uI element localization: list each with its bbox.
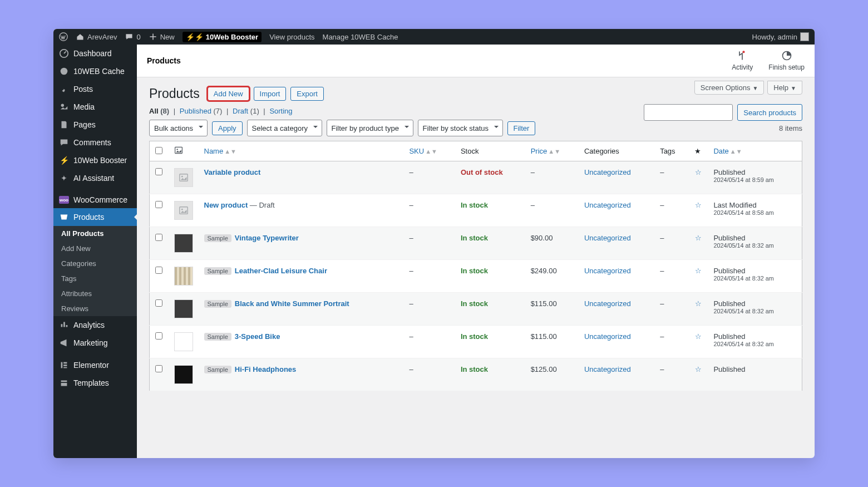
admin-sidebar: Dashboard 10WEB Cache Posts Media Pages … [53,45,137,458]
cell-tags: – [654,326,689,358]
row-checkbox[interactable] [155,201,162,208]
category-link[interactable]: Uncategorized [584,299,631,308]
product-name-link[interactable]: Hi-Fi Headphones [235,365,297,373]
category-link[interactable]: Uncategorized [584,267,631,275]
import-button[interactable]: Import [254,87,287,101]
booster-link[interactable]: ⚡⚡10Web Booster [183,32,262,42]
category-link[interactable]: Uncategorized [584,332,631,341]
row-checkbox[interactable] [155,332,162,340]
howdy-user[interactable]: Howdy, admin [752,32,809,41]
product-name-link[interactable]: Vintage Typewriter [235,234,299,242]
featured-star[interactable]: ☆ [695,168,702,176]
row-checkbox[interactable] [155,234,162,241]
category-link[interactable]: Uncategorized [584,365,631,373]
nav-ai-assistant[interactable]: ✦AI Assistant [53,169,137,187]
subnav-add-new[interactable]: Add New [53,241,137,256]
featured-star[interactable]: ☆ [695,299,702,308]
product-name-link[interactable]: Variable product [204,168,261,176]
category-link[interactable]: Uncategorized [584,234,631,242]
nav-dashboard[interactable]: Dashboard [53,45,137,62]
filter-button[interactable]: Filter [507,121,536,135]
col-price[interactable]: Price▲▼ [525,141,579,161]
nav-media[interactable]: Media [53,98,137,116]
product-thumbnail[interactable] [174,267,193,286]
table-row: New product — Draft – In stock – Uncateg… [150,194,802,227]
filter-sorting[interactable]: Sorting [269,107,292,115]
site-home[interactable]: ArevArev [76,32,117,41]
row-checkbox[interactable] [155,299,162,307]
cell-price: $115.00 [525,326,579,358]
cell-stock: In stock [461,234,488,242]
wp-logo[interactable] [59,32,68,41]
featured-star[interactable]: ☆ [695,332,702,341]
product-thumbnail[interactable] [174,201,193,220]
screen-options-button[interactable]: Screen Options▼ [694,81,765,95]
row-checkbox[interactable] [155,267,162,274]
product-name-link[interactable]: Leather-Clad Leisure Chair [235,267,327,275]
row-checkbox[interactable] [155,365,162,372]
search-products-button[interactable]: Search products [737,104,802,121]
category-filter[interactable]: Select a category [247,120,322,136]
featured-star[interactable]: ☆ [695,365,702,373]
nav-10web-cache[interactable]: 10WEB Cache [53,62,137,80]
nav-woocommerce[interactable]: wooWooCommerce [53,191,137,208]
product-name-link[interactable]: Black and White Summer Portrait [235,299,349,308]
bulk-actions-select[interactable]: Bulk actions [149,120,208,136]
product-thumbnail[interactable] [174,332,193,351]
view-products-link[interactable]: View products [269,33,314,41]
sample-badge: Sample [204,234,231,242]
nav-pages[interactable]: Pages [53,116,137,134]
search-input[interactable] [644,104,733,121]
subnav-reviews[interactable]: Reviews [53,301,137,316]
col-sku[interactable]: SKU▲▼ [403,141,455,161]
product-name-link[interactable]: New product [204,201,248,209]
manage-cache-link[interactable]: Manage 10WEB Cache [323,33,398,41]
nav-templates[interactable]: Templates [53,374,137,392]
apply-button[interactable]: Apply [212,121,243,135]
export-button[interactable]: Export [290,87,324,101]
product-type-filter[interactable]: Filter by product type [327,120,413,136]
filter-all[interactable]: All (8) [149,107,169,115]
category-link[interactable]: Uncategorized [584,201,631,209]
featured-star[interactable]: ☆ [695,201,702,209]
nav-comments[interactable]: Comments [53,134,137,151]
nav-analytics[interactable]: Analytics [53,316,137,334]
product-name-link[interactable]: 3-Speed Bike [235,332,280,341]
col-name[interactable]: Name▲▼ [199,141,404,161]
help-button[interactable]: Help▼ [767,81,802,95]
nav-products[interactable]: Products [53,208,137,226]
finish-setup-button[interactable]: Finish setup [768,50,805,71]
subnav-all-products[interactable]: All Products [53,226,137,241]
page-title: Products [149,86,200,101]
select-all-checkbox[interactable] [155,147,162,154]
subnav-tags[interactable]: Tags [53,271,137,286]
product-thumbnail[interactable] [174,234,193,253]
featured-star[interactable]: ☆ [695,267,702,275]
cell-stock: In stock [461,201,488,209]
cell-sku: – [403,194,455,227]
cell-stock: In stock [461,332,488,341]
product-thumbnail[interactable] [174,365,193,384]
filter-published[interactable]: Published (7) [180,107,223,115]
stock-status-filter[interactable]: Filter by stock status [418,120,503,136]
nav-posts[interactable]: Posts [53,80,137,98]
product-thumbnail[interactable] [174,299,193,318]
add-new-button[interactable]: Add New [208,87,249,101]
comments-count[interactable]: 0 [125,32,140,41]
product-thumbnail[interactable] [174,168,193,187]
featured-star[interactable]: ☆ [695,234,702,242]
nav-products-submenu: All Products Add New Categories Tags Att… [53,226,137,316]
items-count: 8 items [779,124,802,132]
subnav-attributes[interactable]: Attributes [53,286,137,301]
sample-badge: Sample [204,366,231,373]
activity-button[interactable]: Activity [732,50,753,71]
category-link[interactable]: Uncategorized [584,168,631,176]
row-checkbox[interactable] [155,168,162,175]
filter-draft[interactable]: Draft (1) [233,107,259,115]
nav-10web-booster[interactable]: ⚡10Web Booster [53,151,137,169]
subnav-categories[interactable]: Categories [53,256,137,271]
col-date[interactable]: Date▲▼ [708,141,802,161]
nav-marketing[interactable]: Marketing [53,334,137,352]
new-content[interactable]: New [149,32,175,41]
nav-elementor[interactable]: Elementor [53,356,137,374]
